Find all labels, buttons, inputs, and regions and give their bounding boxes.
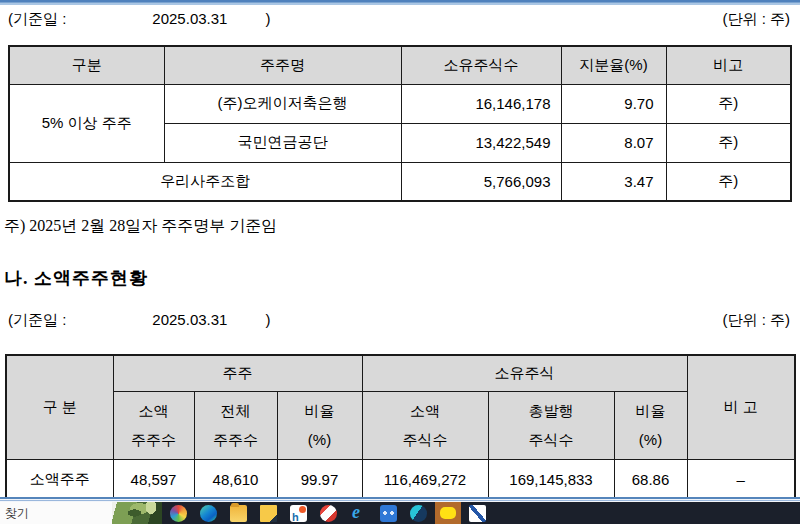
shareholder-name: 국민연금공단 [164, 123, 401, 162]
basis-date-left: (기준일 :2025.03.31) [8, 10, 270, 29]
col-header-gubun: 구분 [9, 46, 164, 84]
shares-value: 13,422,549 [401, 123, 561, 162]
naver-whale-icon[interactable] [410, 505, 427, 522]
bottom-bar: 찾기 h e [0, 497, 800, 524]
ratio-value: 3.47 [561, 162, 666, 201]
edge-browser-icon[interactable] [200, 505, 217, 522]
col-header-note: 비고 [666, 46, 791, 84]
hancom-office-icon[interactable]: h [290, 505, 307, 522]
minority-count: 48,597 [113, 459, 194, 501]
group-label-cell: 5% 이상 주주 [9, 84, 164, 162]
basis-date-row-1: (기준일 :2025.03.31) (단위 : 주) [8, 10, 790, 29]
altools-icon[interactable] [380, 505, 397, 522]
unit-label: (단위 : 주) [723, 311, 791, 330]
internet-explorer-icon[interactable]: e [350, 505, 367, 522]
table-row: 우리사주조합 5,766,093 3.47 주) [9, 162, 791, 201]
sticky-note-icon[interactable] [260, 505, 277, 522]
basis-close-paren: ) [265, 10, 270, 27]
note-cell: 주) [666, 123, 791, 162]
table-row: 소액주주 48,597 48,610 99.97 116,469,272 169… [6, 459, 795, 501]
taskbar: h e [162, 502, 800, 524]
col-header-ratio: 지분율(%) [561, 46, 666, 84]
file-explorer-icon[interactable] [230, 505, 247, 522]
ratio-value: 8.07 [561, 123, 666, 162]
table-header-row: 구분 주주명 소유주식수 지분율(%) 비고 [9, 46, 791, 84]
basis-date-left: (기준일 :2025.03.31) [8, 311, 270, 330]
col-header-shares: 소유주식수 [401, 46, 561, 84]
group-header-shareholders: 주주 [113, 355, 362, 391]
shareholder-name: (주)오케이저축은행 [164, 84, 401, 123]
total-count: 48,610 [194, 459, 277, 501]
group-header-row: 구 분 주주 소유주식 비 고 [6, 355, 795, 391]
col-header-issued-shares: 총발행주식수 [488, 391, 614, 459]
footnote: 주) 2025년 2월 28일자 주주명부 기준임 [4, 216, 277, 237]
minority-shares: 116,469,272 [362, 459, 488, 501]
col-header-count-ratio: 비율(%) [277, 391, 362, 459]
sub-header-row: 소액주주수 전체주주수 비율(%) 소액주식수 총발행주식수 비율(%) [6, 391, 795, 459]
ratio-value: 9.70 [561, 84, 666, 123]
note-cell: – [687, 459, 795, 501]
section-heading: 나. 소액주주현황 [4, 266, 148, 290]
document-page: (기준일 :2025.03.31) (단위 : 주) 구분 주주명 소유주식수 … [0, 0, 800, 524]
desktop-wallpaper[interactable] [112, 502, 162, 524]
col-header-total-count: 전체주주수 [194, 391, 277, 459]
shares-value: 16,146,178 [401, 84, 561, 123]
basis-date-value: 2025.03.31 [152, 10, 227, 27]
shareholder-name: 우리사주조합 [9, 162, 401, 201]
col-header-minority-shares: 소액주식수 [362, 391, 488, 459]
find-label: 찾기 [5, 506, 29, 520]
row-label: 소액주주 [6, 459, 113, 501]
basis-label: (기준일 : [8, 10, 66, 27]
col-header-share-ratio: 비율(%) [614, 391, 687, 459]
unit-label: (단위 : 주) [723, 10, 791, 29]
active-app-highlight[interactable] [435, 502, 461, 524]
basis-date-value: 2025.03.31 [152, 311, 227, 328]
col-header-gubun: 구 분 [6, 355, 113, 459]
alsee-icon[interactable] [320, 505, 337, 522]
note-cell: 주) [666, 84, 791, 123]
table-row: 5% 이상 주주 (주)오케이저축은행 16,146,178 9.70 주) [9, 84, 791, 123]
col-header-note: 비 고 [687, 355, 795, 459]
note-cell: 주) [666, 162, 791, 201]
find-panel[interactable]: 찾기 [0, 502, 112, 524]
group-header-shares: 소유주식 [362, 355, 687, 391]
shares-value: 5,766,093 [401, 162, 561, 201]
issued-shares: 169,145,833 [488, 459, 614, 501]
basis-date-row-2: (기준일 :2025.03.31) (단위 : 주) [8, 311, 790, 330]
count-ratio: 99.97 [277, 459, 362, 501]
col-header-minority-count: 소액주주수 [113, 391, 194, 459]
window-top-border [0, 0, 800, 5]
basis-close-paren: ) [265, 311, 270, 328]
kakaotalk-icon[interactable] [440, 507, 456, 519]
minority-shareholders-table: 구 분 주주 소유주식 비 고 소액주주수 전체주주수 비율(%) 소액주식수 … [5, 354, 796, 502]
share-ratio: 68.86 [614, 459, 687, 501]
color-wheel-icon[interactable] [170, 505, 187, 522]
hwp-document-icon[interactable] [469, 505, 486, 522]
basis-label: (기준일 : [8, 311, 66, 328]
col-header-name: 주주명 [164, 46, 401, 84]
major-shareholders-table: 구분 주주명 소유주식수 지분율(%) 비고 5% 이상 주주 (주)오케이저축… [8, 45, 792, 202]
